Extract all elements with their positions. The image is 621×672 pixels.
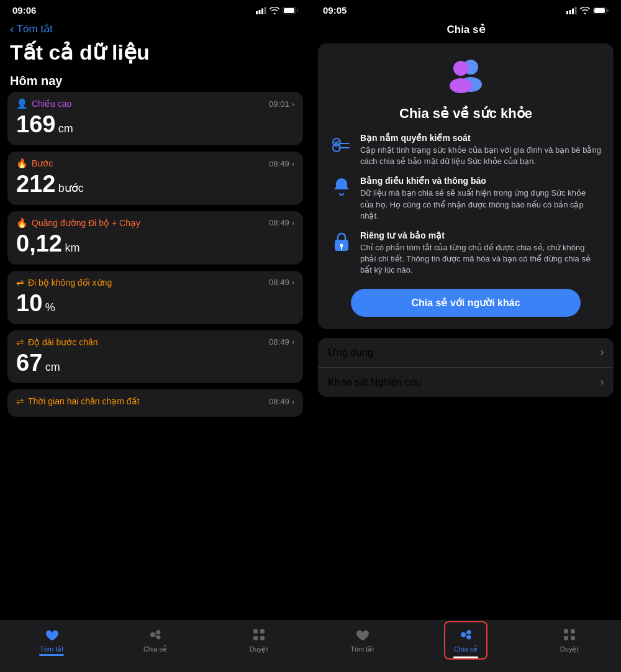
share-tab-icon-left xyxy=(147,626,164,643)
left-panel: 09:06 ‹ Tóm tắt Tất cả dữ liệu xyxy=(0,0,310,672)
card-quang-duong[interactable]: 🔥 Quãng đường Đi bộ + Chạy 08:49 › 0,12 … xyxy=(7,211,303,265)
chevron-icon: › xyxy=(292,337,294,347)
svg-rect-0 xyxy=(256,11,258,14)
feature-text-dashboard: Bảng điều khiển và thông báo Dữ liệu mà … xyxy=(360,176,601,222)
wifi-icon-right xyxy=(580,7,590,14)
status-bar-left: 09:06 xyxy=(0,0,310,18)
svg-rect-12 xyxy=(260,636,265,640)
feature-text-privacy: Riêng tư và bảo mật Chỉ có phần tóm tắt … xyxy=(360,230,601,276)
walk-icon: ⇌ xyxy=(16,277,24,288)
chevron-icon: › xyxy=(292,278,294,287)
list-label-survey: Khảo sát Nghiên cứu xyxy=(328,376,422,388)
card-asymmetry[interactable]: ⇌ Đi bộ không đối xứng 08:49 › 10 % xyxy=(7,271,303,324)
list-label-apps: Ứng dụng xyxy=(328,347,373,358)
status-bar-right: 09:05 xyxy=(310,0,621,18)
card-label-ground: ⇌ Thời gian hai chân chạm đất xyxy=(16,396,140,407)
tab-bar-right: Tóm tắt Chia sẻ Duyệt xyxy=(310,620,621,672)
tab-chiase-left[interactable]: Chia sẻ xyxy=(104,626,207,656)
svg-rect-35 xyxy=(564,636,568,640)
signal-icon xyxy=(256,7,266,14)
chevron-icon: › xyxy=(292,99,294,109)
data-cards-list: 👤 Chiều cao 09:01 › 169 cm 🔥 Bước xyxy=(0,92,310,620)
section-header-today: Hôm nay xyxy=(0,69,310,92)
svg-point-21 xyxy=(453,61,468,76)
tab-bar-left: Tóm tắt Chia sẻ Duyệt xyxy=(0,620,310,672)
tab-label-duyet-right: Duyệt xyxy=(560,645,579,653)
card-label-asymmetry: ⇌ Đi bộ không đối xứng xyxy=(16,277,112,288)
svg-rect-13 xyxy=(566,11,568,14)
signal-icon-right xyxy=(566,7,577,14)
svg-rect-3 xyxy=(265,7,266,14)
chevron-icon: › xyxy=(292,159,294,168)
spacer xyxy=(310,403,621,621)
heart-tab-icon xyxy=(43,626,60,643)
svg-rect-2 xyxy=(261,8,263,14)
card-value-stride: 67 cm xyxy=(16,350,294,376)
stride-icon: ⇌ xyxy=(16,337,24,348)
card-buoc[interactable]: 🔥 Bước 08:49 › 212 bước xyxy=(7,152,303,205)
feature-item-privacy: Riêng tư và bảo mật Chỉ có phần tóm tắt … xyxy=(330,230,601,276)
chevron-icon: › xyxy=(292,218,294,227)
svg-rect-14 xyxy=(569,10,571,14)
svg-rect-10 xyxy=(260,629,265,633)
tab-label-tomtat-left: Tóm tắt xyxy=(40,645,63,653)
tab-chiase-right[interactable]: Chia sẻ xyxy=(414,626,518,653)
feature-list: Bạn nắm quyền kiểm soát Cập nhật tình tr… xyxy=(330,133,601,276)
flame2-icon: 🔥 xyxy=(16,217,28,229)
feature-text-control: Bạn nắm quyền kiểm soát Cập nhật tình tr… xyxy=(360,133,601,167)
svg-rect-1 xyxy=(259,10,261,14)
tab-underline xyxy=(39,654,64,656)
bell-icon xyxy=(330,176,353,198)
tab-label-duyet-left: Duyệt xyxy=(250,645,268,653)
share-info-card: Chia sẻ về sức khỏe Bạn nắm quyền kiểm s… xyxy=(318,43,614,329)
time-right: 09:05 xyxy=(323,5,347,16)
active-tab-box xyxy=(444,621,487,660)
card-time-asymmetry: 08:49 › xyxy=(269,278,294,287)
svg-rect-18 xyxy=(594,8,605,13)
card-ground-contact[interactable]: ⇌ Thời gian hai chân chạm đất 08:49 › xyxy=(7,389,303,417)
tab-duyet-right[interactable]: Duyệt xyxy=(517,626,621,653)
card-chieu-cao[interactable]: 👤 Chiều cao 09:01 › 169 cm xyxy=(7,92,303,145)
browse-tab-icon-left xyxy=(250,626,268,643)
share-with-others-button[interactable]: Chia sẻ với người khác xyxy=(351,289,581,317)
tab-duyet-left[interactable]: Duyệt xyxy=(207,626,310,656)
person-icon: 👤 xyxy=(16,98,28,109)
heart-tab-icon-right xyxy=(353,626,371,643)
lock-icon xyxy=(330,230,353,253)
status-icons-right xyxy=(566,7,609,14)
tab-tomtat-right[interactable]: Tóm tắt xyxy=(310,626,414,653)
card-value-asymmetry: 10 % xyxy=(16,291,294,317)
card-label-quang-duong: 🔥 Quãng đường Đi bộ + Chạy xyxy=(16,217,140,229)
card-time-stride: 08:49 › xyxy=(269,337,294,347)
back-navigation[interactable]: ‹ Tóm tắt xyxy=(0,18,310,39)
svg-rect-15 xyxy=(572,8,574,14)
list-items-section: Ứng dụng › Khảo sát Nghiên cứu › xyxy=(310,338,621,403)
battery-icon xyxy=(283,7,298,14)
share-people-icon xyxy=(441,58,491,96)
card-value-buoc: 212 bước xyxy=(16,171,294,198)
tab-tomtat-left[interactable]: Tóm tắt xyxy=(0,626,104,656)
card-time-ground: 08:49 › xyxy=(269,397,294,406)
card-label-buoc: 🔥 Bước xyxy=(16,158,53,169)
checklist-icon xyxy=(330,133,353,155)
right-panel: 09:05 Chia sẻ xyxy=(310,0,621,672)
list-item-survey[interactable]: Khảo sát Nghiên cứu › xyxy=(318,368,614,397)
ground-icon: ⇌ xyxy=(16,396,24,407)
card-label-stride: ⇌ Độ dài bước chân xyxy=(16,337,98,348)
card-time-chieu-cao: 09:01 › xyxy=(269,99,294,109)
list-item-apps[interactable]: Ứng dụng › xyxy=(318,338,614,368)
svg-rect-9 xyxy=(253,629,258,633)
tab-active-underline-right xyxy=(453,656,478,658)
card-label-chieu-cao: 👤 Chiều cao xyxy=(16,98,71,109)
card-stride[interactable]: ⇌ Độ dài bước chân 08:49 › 67 cm xyxy=(7,330,303,384)
feature-item-dashboard: Bảng điều khiển và thông báo Dữ liệu mà … xyxy=(330,176,601,222)
flame-icon: 🔥 xyxy=(16,158,28,169)
battery-icon-right xyxy=(593,7,609,14)
back-label[interactable]: Tóm tắt xyxy=(17,22,53,35)
svg-rect-33 xyxy=(564,629,568,633)
card-value-quang-duong: 0,12 km xyxy=(16,231,294,257)
chevron-icon: › xyxy=(292,397,294,406)
right-page-header: Chia sẻ xyxy=(310,18,621,43)
page-title: Tất cả dữ liệu xyxy=(0,39,310,69)
svg-rect-34 xyxy=(571,629,575,633)
